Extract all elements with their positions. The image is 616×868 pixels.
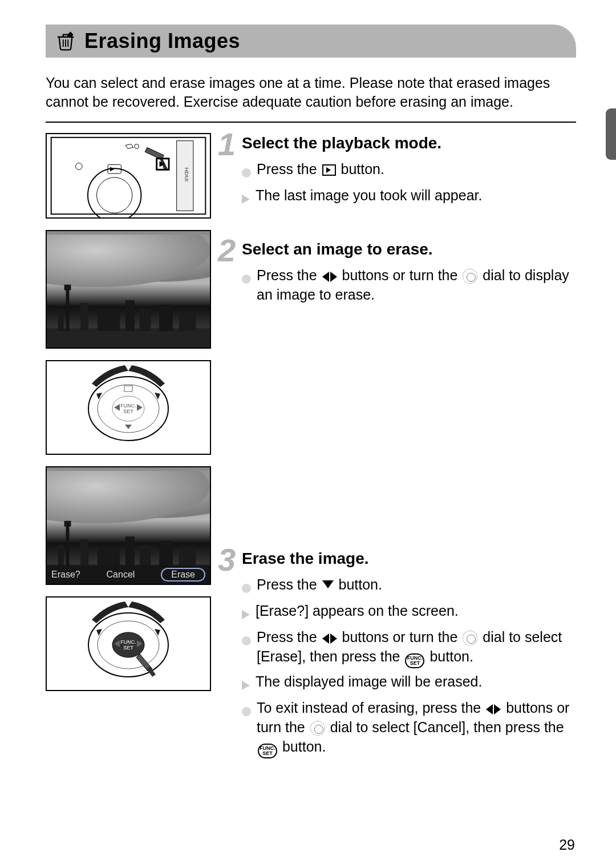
instruction-text: The last image you took will appear.	[256, 185, 482, 205]
steps-column: 1Select the playback mode.Press the butt…	[221, 133, 576, 762]
bullet-action-icon	[242, 584, 251, 593]
step-title: Select the playback mode.	[242, 134, 570, 152]
bullet-action-icon	[242, 636, 251, 645]
step-number: 1	[218, 128, 236, 160]
svg-text:SET: SET	[123, 409, 133, 414]
instruction-line: The displayed image will be erased.	[242, 672, 570, 695]
instruction-line: Press the button.	[242, 159, 570, 182]
intro-text: You can select and erase images one at a…	[46, 74, 576, 111]
control-dial-icon	[310, 721, 325, 736]
divider	[46, 122, 576, 123]
bullet-result-icon	[242, 195, 250, 204]
svg-rect-9	[47, 328, 210, 348]
illustration-control-dial: FUNC. SET	[46, 360, 211, 455]
bullet-action-icon	[242, 274, 251, 284]
control-dial-icon	[463, 269, 477, 284]
svg-rect-17	[159, 305, 173, 331]
bullet-action-icon	[242, 168, 251, 177]
erase-confirm-bar: Erase? Cancel Erase	[47, 566, 210, 584]
instruction-line: To exit instead of erasing, press the bu…	[242, 698, 570, 758]
step-body: Press the button.[Erase?] appears on the…	[242, 575, 570, 758]
svg-rect-18	[179, 312, 196, 330]
instruction-line: Press the button.	[242, 575, 570, 597]
svg-rect-28	[64, 520, 71, 526]
svg-rect-31	[125, 536, 135, 567]
playback-button-icon	[322, 164, 336, 176]
step-number: 2	[218, 235, 236, 267]
instruction-text: To exit instead of erasing, press the bu…	[257, 698, 570, 758]
svg-text:SET: SET	[123, 645, 133, 651]
step-body: Press the button.The last image you took…	[242, 159, 570, 208]
svg-rect-34	[179, 548, 196, 567]
svg-rect-29	[80, 539, 88, 567]
bullet-result-icon	[242, 681, 250, 690]
illustration-sample-photo	[46, 230, 211, 349]
instruction-line: Press the buttons or turn the dial to di…	[242, 265, 570, 304]
step-number: 3	[218, 544, 236, 576]
instruction-text: Press the button.	[257, 159, 384, 179]
step-body: Press the buttons or turn the dial to di…	[242, 265, 570, 304]
instruction-line: The last image you took will appear.	[242, 185, 570, 208]
svg-rect-10	[58, 308, 64, 330]
step-3: 3Erase the image.Press the button.[Erase…	[221, 550, 570, 758]
svg-rect-32	[140, 544, 151, 567]
content-columns: HDMI	[46, 133, 576, 762]
instruction-line: [Erase?] appears on the screen.	[242, 601, 570, 624]
func-set-button-icon: FUNC.SET	[405, 653, 424, 668]
instruction-text: The displayed image will be erased.	[256, 672, 482, 691]
erase-option-selected: Erase	[161, 568, 205, 582]
illustration-column: HDMI	[46, 133, 211, 762]
func-set-button-icon: FUNC.SET	[258, 744, 277, 758]
bullet-result-icon	[242, 610, 250, 619]
svg-rect-13	[80, 303, 88, 331]
svg-rect-12	[64, 284, 71, 290]
step-1: 1Select the playback mode.Press the butt…	[221, 134, 570, 208]
trash-icon	[56, 31, 75, 51]
section-title: Erasing Images	[84, 29, 240, 53]
svg-rect-27	[66, 525, 70, 567]
step-title: Erase the image.	[242, 550, 570, 568]
svg-rect-30	[98, 547, 120, 567]
illustration-erase-prompt: Erase? Cancel Erase	[46, 466, 211, 585]
section-header: Erasing Images	[46, 25, 576, 58]
cancel-option: Cancel	[107, 570, 135, 580]
bullet-action-icon	[242, 707, 251, 716]
left-right-buttons-icon	[322, 272, 337, 282]
step-title: Select an image to erase.	[242, 240, 570, 259]
svg-text:FUNC.: FUNC.	[120, 639, 136, 645]
left-right-buttons-icon	[486, 704, 501, 714]
down-button-icon	[322, 580, 334, 588]
svg-rect-26	[58, 544, 64, 567]
page-number: 29	[559, 837, 575, 853]
instruction-text: Press the buttons or turn the dial to se…	[257, 627, 570, 668]
instruction-line: Press the buttons or turn the dial to se…	[242, 627, 570, 668]
instruction-text: Press the button.	[257, 575, 382, 594]
instruction-text: [Erase?] appears on the screen.	[256, 601, 459, 620]
left-right-buttons-icon	[322, 633, 337, 644]
erase-question-label: Erase?	[51, 570, 80, 580]
svg-rect-11	[66, 289, 70, 330]
illustration-camera-back: HDMI	[46, 133, 211, 219]
section-tab	[606, 108, 616, 160]
control-dial-icon	[463, 631, 477, 645]
svg-rect-33	[159, 541, 173, 567]
step-2: 2Select an image to erase.Press the butt…	[221, 240, 570, 304]
svg-text:HDMI: HDMI	[184, 167, 190, 181]
svg-text:FUNC.: FUNC.	[120, 403, 136, 409]
svg-rect-14	[98, 311, 120, 330]
svg-rect-16	[140, 308, 151, 330]
svg-rect-15	[125, 300, 135, 331]
instruction-text: Press the buttons or turn the dial to di…	[257, 265, 570, 304]
illustration-control-dial-press: FUNC. SET	[46, 596, 211, 691]
